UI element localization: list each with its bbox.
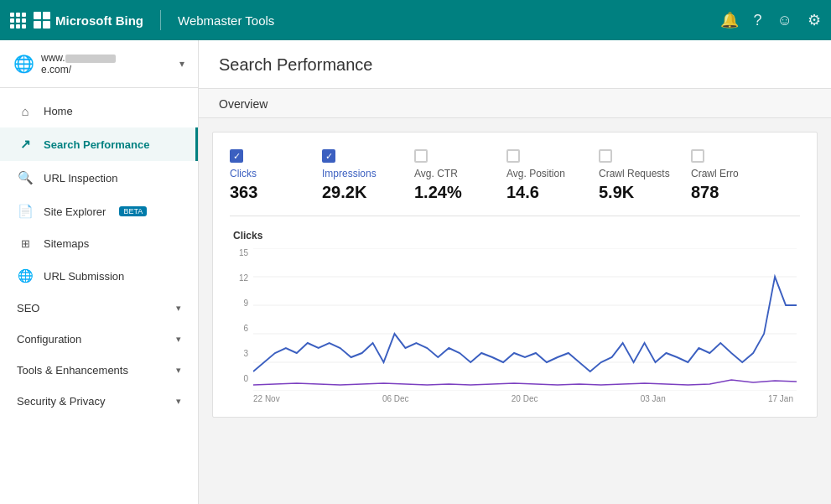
- settings-icon[interactable]: ⚙: [808, 11, 821, 29]
- x-label-22nov: 22 Nov: [253, 394, 280, 403]
- sidebar: 🌐 www. e.com/ ▾ ⌂ Home ↗ Search Performa…: [0, 40, 199, 504]
- metric-label-clicks: Clicks: [230, 168, 302, 179]
- tool-name: Webmaster Tools: [178, 13, 274, 28]
- sidebar-label-url-submission: URL Submission: [44, 270, 124, 283]
- x-label-03jan: 03 Jan: [641, 394, 666, 403]
- topnav-actions: 🔔 ? ☺ ⚙: [720, 11, 821, 29]
- globe-icon: 🌐: [13, 54, 34, 74]
- metric-value-clicks: 363: [230, 183, 302, 202]
- y-label-12: 12: [230, 273, 248, 283]
- layout: 🌐 www. e.com/ ▾ ⌂ Home ↗ Search Performa…: [0, 0, 831, 504]
- sidebar-item-url-inspection[interactable]: 🔍 URL Inspection: [0, 161, 198, 195]
- checkbox-crawl-requests[interactable]: [599, 149, 612, 163]
- chart-area: Clicks 15 12 9 6 3 0: [230, 216, 800, 417]
- x-axis-labels: 22 Nov 06 Dec 20 Dec 03 Jan 17 Jan: [253, 391, 797, 403]
- sidebar-item-sitemaps[interactable]: ⊞ Sitemaps: [0, 228, 198, 259]
- checkbox-avg-position[interactable]: [506, 149, 520, 163]
- y-label-0: 0: [230, 374, 248, 383]
- clicks-line: [253, 277, 797, 372]
- beta-badge: BETA: [119, 206, 147, 216]
- chevron-down-icon: ▾: [179, 58, 184, 70]
- chart-svg: [253, 248, 797, 391]
- sidebar-section-security-label: Security & Privacy: [17, 395, 105, 408]
- home-icon: ⌂: [17, 104, 34, 118]
- sidebar-section-tools[interactable]: Tools & Enhancements ▾: [0, 355, 198, 386]
- y-label-9: 9: [230, 299, 248, 308]
- metric-label-crawl-requests: Crawl Requests: [599, 168, 671, 179]
- metric-label-impressions: Impressions: [322, 168, 394, 179]
- x-label-06dec: 06 Dec: [382, 394, 409, 403]
- checkbox-clicks[interactable]: ✓: [230, 149, 243, 163]
- y-label-15: 15: [230, 248, 248, 257]
- sidebar-label-sitemaps: Sitemaps: [44, 237, 89, 250]
- page-title: Search Performance: [219, 55, 811, 75]
- sidebar-section-security[interactable]: Security & Privacy ▾: [0, 386, 198, 417]
- metric-avg-ctr: Avg. CTR 1.24%: [414, 149, 506, 202]
- overview-label: Overview: [219, 97, 267, 111]
- checkmark-impressions-icon: ✓: [325, 152, 333, 161]
- checkbox-impressions[interactable]: ✓: [322, 149, 335, 163]
- domain-line2: e.com/: [41, 64, 173, 75]
- sidebar-item-search-performance[interactable]: ↗ Search Performance: [0, 127, 198, 161]
- chart-container: 22 Nov 06 Dec 20 Dec 03 Jan 17 Jan: [253, 248, 797, 403]
- main-content: Search Performance Overview ✓ Clicks 363: [199, 40, 831, 504]
- bell-icon[interactable]: 🔔: [720, 11, 739, 29]
- page-header: Search Performance: [199, 40, 831, 89]
- sidebar-item-url-submission[interactable]: 🌐 URL Submission: [0, 259, 198, 293]
- topnav: Microsoft Bing Webmaster Tools 🔔 ? ☺ ⚙: [0, 0, 831, 40]
- metric-label-avg-ctr: Avg. CTR: [414, 168, 486, 179]
- sidebar-label-home: Home: [44, 105, 73, 117]
- chart-title: Clicks: [230, 230, 797, 242]
- domain-text: www. e.com/: [41, 52, 173, 75]
- metric-crawl-errors: Crawl Erro 878: [691, 149, 783, 202]
- sidebar-section-configuration[interactable]: Configuration ▾: [0, 324, 198, 355]
- help-icon[interactable]: ?: [754, 12, 762, 29]
- metric-label-avg-position: Avg. Position: [506, 168, 579, 179]
- sidebar-section-tools-label: Tools & Enhancements: [17, 364, 128, 377]
- sidebar-nav: ⌂ Home ↗ Search Performance 🔍 URL Inspec…: [0, 88, 198, 423]
- trend-icon: ↗: [17, 137, 34, 152]
- sidebar-label-site-explorer: Site Explorer: [44, 205, 106, 218]
- grid-menu-icon[interactable]: [10, 13, 25, 29]
- windows-icon: [34, 12, 50, 29]
- sidebar-label-url-inspection: URL Inspection: [44, 172, 117, 184]
- metric-value-impressions: 29.2K: [322, 183, 394, 202]
- document-icon: 📄: [17, 204, 34, 219]
- domain-line1: www.: [41, 52, 173, 64]
- sidebar-label-search-performance: Search Performance: [44, 138, 149, 151]
- metric-value-crawl-errors: 878: [691, 183, 763, 202]
- chevron-security-icon: ▾: [176, 396, 181, 407]
- brand-logo: Microsoft Bing: [34, 12, 143, 29]
- sidebar-section-seo[interactable]: SEO ▾: [0, 293, 198, 324]
- metric-value-avg-position: 14.6: [506, 183, 579, 202]
- sidebar-item-home[interactable]: ⌂ Home: [0, 95, 198, 127]
- sidebar-section-config-label: Configuration: [17, 333, 81, 346]
- metric-value-avg-ctr: 1.24%: [414, 183, 486, 202]
- chevron-config-icon: ▾: [176, 334, 181, 345]
- metric-avg-position: Avg. Position 14.6: [506, 149, 599, 202]
- sidebar-section-seo-label: SEO: [17, 302, 39, 314]
- metric-crawl-requests: Crawl Requests 5.9K: [599, 149, 691, 202]
- checkbox-crawl-errors[interactable]: [691, 149, 704, 163]
- submit-icon: 🌐: [17, 268, 34, 283]
- search-icon: 🔍: [17, 170, 34, 185]
- metric-clicks: ✓ Clicks 363: [230, 149, 322, 202]
- overview-section: Overview: [199, 89, 831, 118]
- metric-value-crawl-requests: 5.9K: [599, 183, 671, 202]
- checkmark-icon: ✓: [233, 152, 241, 161]
- y-label-6: 6: [230, 324, 248, 333]
- metrics-row: ✓ Clicks 363 ✓ Impressions 29.2K Avg.: [230, 149, 800, 216]
- smiley-icon[interactable]: ☺: [777, 12, 792, 29]
- app-name: Microsoft Bing: [55, 13, 143, 28]
- metrics-card: ✓ Clicks 363 ✓ Impressions 29.2K Avg.: [212, 132, 818, 418]
- nav-divider: [160, 10, 161, 30]
- x-label-20dec: 20 Dec: [512, 394, 538, 403]
- chevron-seo-icon: ▾: [176, 303, 181, 314]
- chevron-tools-icon: ▾: [176, 365, 181, 376]
- domain-selector[interactable]: 🌐 www. e.com/ ▾: [0, 40, 198, 88]
- checkbox-avg-ctr[interactable]: [414, 149, 428, 163]
- metric-label-crawl-errors: Crawl Erro: [691, 168, 763, 179]
- metric-impressions: ✓ Impressions 29.2K: [322, 149, 414, 202]
- sidebar-item-site-explorer[interactable]: 📄 Site Explorer BETA: [0, 195, 198, 228]
- x-label-17jan: 17 Jan: [768, 394, 793, 403]
